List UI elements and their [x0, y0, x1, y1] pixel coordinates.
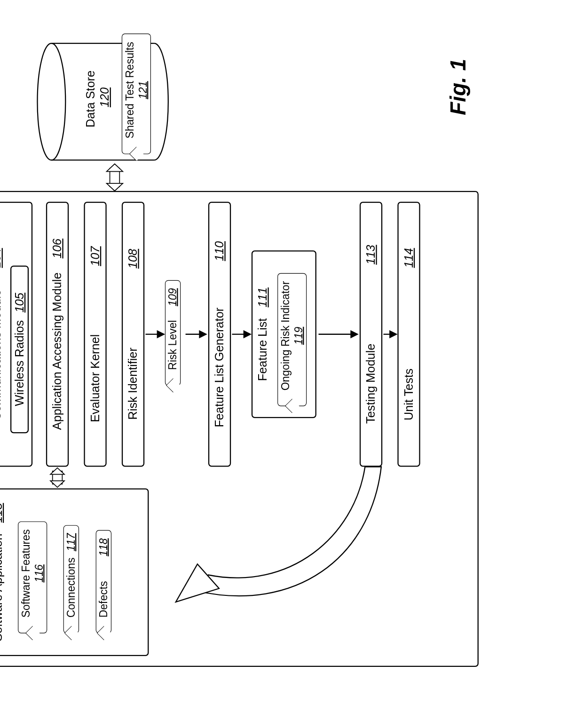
data-store-num: 120	[98, 87, 111, 107]
ongoing-risk-num: 119	[292, 327, 304, 345]
feature-list-box: Feature List 111 Ongoing Risk Indicator …	[252, 251, 316, 419]
figure-caption: Fig. 1	[446, 59, 471, 115]
software-features-label: Software Features	[20, 529, 32, 617]
wireless-radios-label: Wireless Radios	[13, 320, 27, 406]
comm-module-num: 104	[0, 248, 4, 268]
app-access-box: Application Accessing Module 106	[46, 202, 69, 467]
risk-id-num: 108	[126, 249, 140, 269]
svg-rect-4	[110, 168, 120, 187]
shared-results-label: Shared Test Results	[124, 42, 136, 138]
software-app-title: Software Application 115	[0, 490, 7, 655]
shared-results-num: 121	[137, 81, 149, 99]
risk-level-num: 109	[166, 288, 178, 306]
feature-list-label: Feature List	[256, 318, 269, 381]
defects-label: Defects	[97, 581, 109, 617]
ongoing-risk-label: Ongoing Risk Indicator	[280, 281, 292, 391]
wireless-radios-num: 105	[13, 293, 27, 312]
shared-results-tag: Shared Test Results 121	[122, 34, 151, 154]
evaluator-num: 107	[88, 246, 102, 266]
connections-label: Connections	[65, 557, 77, 617]
comm-module-label: Communications Module	[0, 290, 4, 420]
svg-marker-6	[107, 164, 123, 172]
unit-tests-box: Unit Tests 114	[397, 202, 420, 467]
svg-marker-5	[107, 183, 123, 191]
evaluator-box: Evaluator Kernel 107	[84, 202, 106, 467]
software-app-label: Software Application	[0, 534, 5, 641]
data-store-label: Data Store	[84, 71, 97, 127]
software-features-num: 116	[33, 564, 45, 582]
unit-tests-num: 114	[402, 248, 416, 268]
feature-gen-box: Feature List Generator 110	[208, 202, 231, 467]
testing-label: Testing Module	[364, 344, 378, 424]
testing-num: 113	[364, 245, 378, 265]
wireless-radios-box: Wireless Radios 105	[10, 266, 29, 434]
data-store-title: Data Store 120	[84, 64, 112, 134]
defects-tag: Defects 118	[96, 530, 111, 633]
feature-list-num: 111	[256, 287, 269, 307]
software-app-box: Software Application 115 Software Featur…	[0, 489, 149, 657]
software-app-num: 115	[0, 503, 5, 523]
ongoing-risk-tag: Ongoing Risk Indicator 119	[277, 273, 307, 406]
comm-module-box: Communications Module 104 Wireless Radio…	[0, 202, 32, 467]
app-access-label: Application Accessing Module	[50, 272, 64, 430]
unit-tests-label: Unit Tests	[402, 369, 416, 421]
defects-num: 118	[97, 538, 109, 556]
software-features-tag: Software Features 116	[18, 521, 47, 633]
testing-box: Testing Module 113	[360, 202, 382, 467]
risk-level-label: Risk Level	[166, 320, 178, 370]
evaluator-label: Evaluator Kernel	[88, 334, 102, 422]
feature-gen-label: Feature List Generator	[213, 308, 227, 427]
feature-gen-num: 110	[213, 241, 227, 261]
svg-point-0	[38, 43, 66, 160]
risk-id-label: Risk Identifier	[126, 348, 140, 419]
connections-tag: Connections 117	[63, 525, 79, 633]
risk-level-tag: Risk Level 109	[165, 280, 181, 386]
bi-arrow-datastore	[107, 164, 123, 191]
connections-num: 117	[65, 533, 77, 551]
risk-id-box: Risk Identifier 108	[122, 202, 144, 467]
app-access-num: 106	[50, 238, 64, 258]
